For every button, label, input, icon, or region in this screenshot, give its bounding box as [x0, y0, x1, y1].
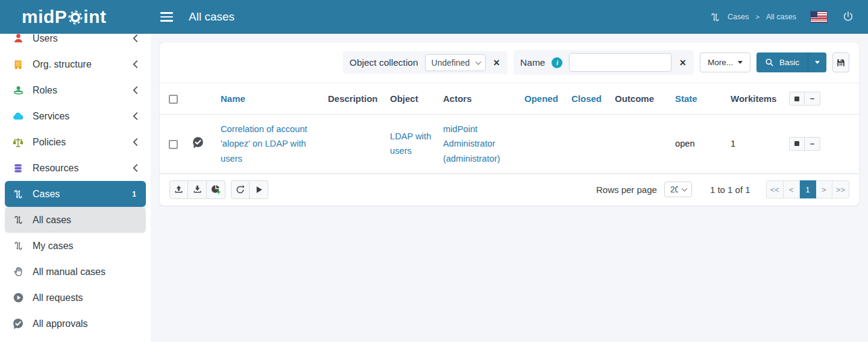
chevron-left-icon: [132, 60, 139, 69]
table-footer: Rows per page 20 1 to 1 of 1 << < 1 > >>: [160, 174, 859, 206]
run-button[interactable]: [250, 180, 268, 199]
row-menu-button[interactable]: [789, 137, 805, 151]
clear-name-filter-button[interactable]: ×: [678, 57, 687, 68]
rows-per-page-label: Rows per page: [596, 185, 657, 195]
row-checkbox[interactable]: [169, 140, 178, 149]
sidebar-item-label: Policies: [33, 137, 66, 148]
user-icon: [11, 34, 25, 44]
sidebar-item-label: All approvals: [33, 318, 88, 329]
download-button[interactable]: [188, 180, 207, 199]
sidebar-item-label: Cases: [33, 189, 60, 200]
case-name-link[interactable]: Correlation of account 'alopez' on LDAP …: [221, 124, 307, 163]
first-page-button[interactable]: <<: [766, 180, 784, 198]
sidebar-item-label: All manual cases: [33, 267, 105, 277]
main-content: Object collection Undefined × Name i × M…: [151, 34, 868, 214]
minus-icon: −: [810, 95, 815, 103]
sidebar-item-label: All requests: [33, 293, 83, 303]
approval-case-icon: [192, 136, 204, 149]
current-page-button[interactable]: 1: [800, 180, 816, 198]
closed-cell: [567, 115, 610, 174]
sort-by-name[interactable]: Name: [221, 93, 245, 104]
case-type-cell: [187, 115, 216, 174]
column-header-description: Description: [323, 83, 385, 115]
sidebar-item-label: All cases: [33, 215, 71, 226]
sidebar-item-all-approvals[interactable]: All approvals: [5, 311, 146, 337]
sort-by-opened[interactable]: Opened: [524, 93, 558, 104]
caret-down-icon: [815, 61, 820, 64]
actors-link[interactable]: midPoint Administrator (administrator): [443, 124, 500, 163]
sidebar-item-all-cases[interactable]: All cases: [5, 207, 146, 233]
chevron-left-icon: [132, 34, 139, 43]
name-search-input[interactable]: [569, 53, 671, 72]
configure-columns-button[interactable]: [789, 92, 805, 106]
info-icon: i: [552, 57, 562, 68]
sidebar-item-all-requests[interactable]: All requests: [5, 285, 146, 311]
rows-per-page-select[interactable]: 20: [664, 182, 692, 197]
sidebar: Users Org. structure Roles: [0, 34, 151, 342]
sidebar-item-users[interactable]: Users: [5, 34, 146, 51]
collapse-table-button[interactable]: −: [805, 92, 820, 106]
sidebar-item-org-structure[interactable]: Org. structure: [5, 51, 146, 77]
more-filters-button[interactable]: More...: [700, 52, 750, 72]
refresh-button[interactable]: [231, 180, 250, 199]
caret-down-icon: [738, 61, 743, 64]
sidebar-toggle-button[interactable]: [160, 10, 177, 24]
upload-button[interactable]: [169, 180, 188, 199]
chevron-left-icon: [132, 163, 139, 173]
logo-gear-icon: [68, 10, 83, 25]
sidebar-item-label: Org. structure: [33, 59, 92, 70]
sidebar-item-services[interactable]: Services: [5, 103, 146, 129]
brand-logo[interactable]: midP int: [0, 8, 151, 26]
select-all-checkbox[interactable]: [169, 95, 178, 104]
sort-by-state[interactable]: State: [675, 93, 697, 104]
remove-collection-filter-button[interactable]: ×: [492, 57, 502, 68]
sidebar-item-cases[interactable]: Cases 1: [5, 181, 146, 207]
logo-text: midP int: [22, 8, 107, 26]
sidebar-item-label: Services: [33, 111, 69, 122]
sidebar-item-roles[interactable]: Roles: [5, 77, 146, 103]
sidebar-item-resources[interactable]: Resources: [5, 155, 146, 181]
outcome-cell: [610, 115, 670, 174]
sidebar-item-label: Resources: [33, 163, 78, 174]
save-search-button[interactable]: [832, 52, 849, 72]
next-page-button[interactable]: >: [816, 180, 832, 198]
locale-flag-button[interactable]: [811, 11, 827, 22]
search-mode-dropdown-button[interactable]: [808, 52, 826, 72]
table-header-row: Name Description Object Actors Opened Cl…: [160, 83, 859, 115]
previous-page-button[interactable]: <: [784, 180, 800, 198]
basic-button-label: Basic: [779, 58, 799, 67]
sidebar-item-policies[interactable]: Policies: [5, 129, 146, 155]
pagination-area: Rows per page 20 1 to 1 of 1 << < 1 > >>: [596, 180, 849, 198]
type-icon-column-header: [187, 83, 216, 115]
database-icon: [11, 163, 25, 174]
row-collapse-button[interactable]: −: [805, 137, 820, 151]
pie-chart-plus-icon: [210, 184, 221, 195]
basic-search-button[interactable]: Basic: [756, 52, 808, 72]
sidebar-item-my-cases[interactable]: My cases: [5, 233, 146, 259]
breadcrumb-cases[interactable]: Cases: [728, 13, 749, 21]
case-icon: [11, 214, 25, 226]
state-cell: open: [670, 115, 726, 174]
search-icon: [765, 58, 774, 67]
sort-by-closed[interactable]: Closed: [571, 93, 602, 104]
last-page-button[interactable]: >>: [832, 180, 849, 198]
opened-cell: [520, 115, 567, 174]
page-title: All cases: [189, 10, 234, 24]
square-icon: [794, 97, 799, 101]
object-link[interactable]: LDAP with users: [390, 131, 431, 156]
breadcrumb-all-cases[interactable]: All cases: [766, 13, 796, 21]
app-root: midP int All cases Cases > All cases: [0, 34, 868, 214]
object-collection-filter: Object collection Undefined ×: [343, 51, 508, 74]
pager: << < 1 > >>: [766, 180, 849, 198]
object-collection-select[interactable]: Undefined: [425, 54, 486, 71]
play-icon: [254, 185, 263, 194]
workitems-cell: 1: [726, 115, 784, 174]
create-report-button[interactable]: [207, 180, 225, 199]
logout-button[interactable]: [841, 10, 855, 24]
hand-icon: [11, 266, 25, 277]
sidebar-item-label: Users: [33, 34, 58, 44]
balance-scale-icon: [11, 136, 25, 148]
breadcrumb-separator: >: [756, 13, 760, 21]
sidebar-item-all-manual-cases[interactable]: All manual cases: [5, 259, 146, 285]
object-collection-label: Object collection: [350, 57, 418, 68]
